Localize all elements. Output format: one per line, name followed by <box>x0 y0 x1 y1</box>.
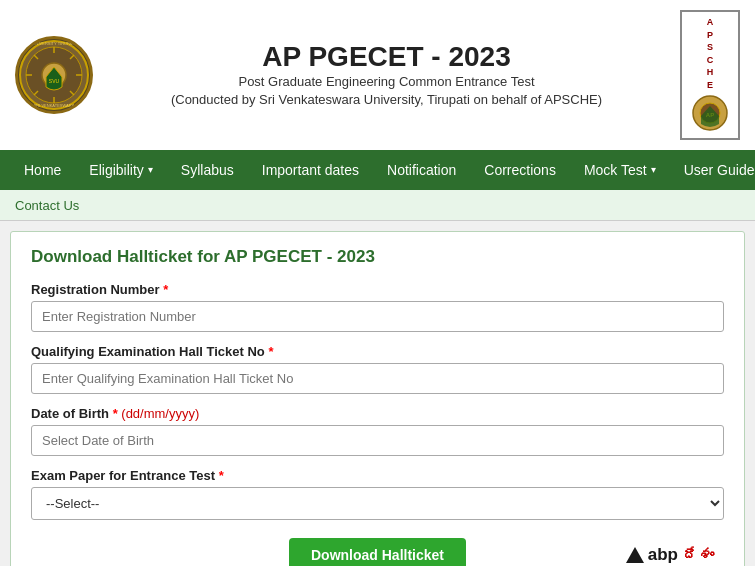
exam-paper-required-marker: * <box>219 468 224 483</box>
abp-text: abp <box>648 545 678 565</box>
dob-label: Date of Birth * (dd/mm/yyyy) <box>31 406 724 421</box>
subnav-contact-us[interactable]: Contact Us <box>15 198 79 213</box>
button-row: Download Hallticket abp దేశం <box>31 538 724 566</box>
nav-important-dates[interactable]: Important dates <box>248 150 373 190</box>
dob-required-marker: * <box>113 406 118 421</box>
dob-input[interactable] <box>31 425 724 456</box>
eligibility-chevron-icon: ▾ <box>148 164 153 175</box>
registration-number-group: Registration Number * <box>31 282 724 332</box>
registration-number-label: Registration Number * <box>31 282 724 297</box>
nav-corrections[interactable]: Corrections <box>470 150 570 190</box>
dob-group: Date of Birth * (dd/mm/yyyy) <box>31 406 724 456</box>
apsche-letters: APSCHE <box>707 16 714 92</box>
svg-text:UNIVERSITY TIRUPATI: UNIVERSITY TIRUPATI <box>33 41 76 46</box>
abp-triangle-icon <box>626 547 644 563</box>
registration-number-input[interactable] <box>31 301 724 332</box>
main-navbar: Home Eligibility ▾ Syllabus Important da… <box>0 150 755 190</box>
subnav: Contact Us <box>0 190 755 221</box>
svg-text:SVU: SVU <box>49 78 60 84</box>
main-content: Download Hallticket for AP PGECET - 2023… <box>10 231 745 566</box>
nav-eligibility[interactable]: Eligibility ▾ <box>75 150 166 190</box>
exam-paper-label: Exam Paper for Entrance Test * <box>31 468 724 483</box>
page-subtitle2: (Conducted by Sri Venkateswara Universit… <box>108 91 665 109</box>
hall-ticket-required-marker: * <box>268 344 273 359</box>
nav-user-guide[interactable]: User Guide <box>670 150 755 190</box>
hall-ticket-label: Qualifying Examination Hall Ticket No * <box>31 344 724 359</box>
exam-paper-select[interactable]: --Select-- <box>31 487 724 520</box>
download-hallticket-button[interactable]: Download Hallticket <box>289 538 466 566</box>
apsche-logo: APSCHE AP <box>680 10 740 140</box>
form-section-title: Download Hallticket for AP PGECET - 2023 <box>31 247 724 267</box>
nav-notification[interactable]: Notification <box>373 150 470 190</box>
university-seal-logo: SVU SVU SRI VENKATESWARA UNIVERSITY TIRU… <box>15 36 93 114</box>
header-center: AP PGECET - 2023 Post Graduate Engineeri… <box>108 41 665 109</box>
svg-text:SRI VENKATESWARA: SRI VENKATESWARA <box>34 103 75 108</box>
nav-home[interactable]: Home <box>10 150 75 190</box>
registration-required-marker: * <box>163 282 168 297</box>
mocktest-chevron-icon: ▾ <box>651 164 656 175</box>
dob-hint: (dd/mm/yyyy) <box>121 406 199 421</box>
hall-ticket-group: Qualifying Examination Hall Ticket No * <box>31 344 724 394</box>
page-header: SVU SVU SRI VENKATESWARA UNIVERSITY TIRU… <box>0 0 755 150</box>
abp-logo: abp దేశం <box>626 545 714 565</box>
page-subtitle1: Post Graduate Engineering Common Entranc… <box>108 73 665 91</box>
hall-ticket-input[interactable] <box>31 363 724 394</box>
exam-paper-group: Exam Paper for Entrance Test * --Select-… <box>31 468 724 520</box>
desham-text: దేశం <box>682 546 714 563</box>
page-title: AP PGECET - 2023 <box>108 41 665 73</box>
nav-mock-test[interactable]: Mock Test ▾ <box>570 150 670 190</box>
nav-syllabus[interactable]: Syllabus <box>167 150 248 190</box>
